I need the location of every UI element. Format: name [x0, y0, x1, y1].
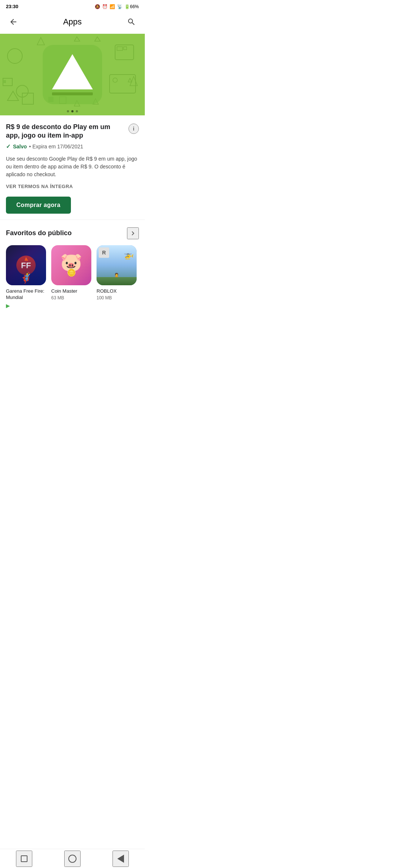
app-name-coinmaster: Coin Master — [51, 288, 91, 295]
badge-icon: ▶ — [6, 303, 10, 309]
hero-illustration — [43, 45, 102, 104]
status-icons: 🔕 ⏰ 📶 📡 🔋66% — [95, 4, 139, 9]
promo-status: ✓ Salvo • Expira em 17/06/2021 — [6, 143, 139, 150]
app-name-roblox: ROBLOX — [97, 288, 137, 295]
svg-rect-2 — [22, 93, 33, 104]
info-button[interactable]: i — [128, 124, 139, 134]
svg-marker-13 — [128, 78, 132, 82]
see-all-button[interactable] — [127, 227, 139, 239]
search-button[interactable] — [124, 14, 139, 29]
svg-rect-8 — [115, 45, 134, 60]
svg-marker-16 — [95, 37, 100, 41]
app-icon-freefire: FF 🦸 — [6, 245, 46, 285]
check-icon: ✓ — [6, 143, 11, 150]
app-card-freefire[interactable]: FF 🦸 Garena Free Fire: Mundial ▶ — [6, 245, 46, 309]
promo-section: R$ 9 de desconto do Play em um app, jogo… — [0, 115, 145, 220]
svg-marker-15 — [74, 37, 80, 41]
page-title: Apps — [63, 17, 82, 27]
dot-1 — [67, 110, 69, 112]
signal-icon: 📶 — [110, 4, 115, 9]
saved-text: Salvo — [13, 144, 27, 149]
wifi-icon: 📡 — [117, 4, 123, 9]
app-icon-coinmaster: 🐷 🪙 — [51, 245, 91, 285]
app-bar: Apps — [0, 11, 145, 34]
svg-marker-1 — [7, 91, 19, 101]
app-icon-roblox: R 🚁 🧍 — [97, 245, 137, 285]
app-card-coinmaster[interactable]: 🐷 🪙 Coin Master 63 MB — [51, 245, 91, 309]
buy-button[interactable]: Comprar agora — [6, 197, 71, 214]
svg-point-0 — [7, 49, 22, 63]
app-size-roblox: 100 MB — [97, 295, 137, 300]
app-name-freefire: Garena Free Fire: Mundial — [6, 288, 46, 301]
app-badge-freefire: ▶ — [6, 302, 46, 309]
status-bar: 23:30 🔕 ⏰ 📶 📡 🔋66% — [0, 0, 145, 11]
status-time: 23:30 — [6, 4, 18, 9]
section-title: Favoritos do público — [6, 229, 72, 237]
app-size-coinmaster: 63 MB — [51, 295, 91, 300]
svg-rect-11 — [110, 75, 136, 93]
app-card-roblox[interactable]: R 🚁 🧍 ROBLOX 100 MB — [97, 245, 137, 309]
battery-icon: 🔋66% — [124, 4, 139, 9]
svg-marker-6 — [37, 37, 45, 45]
terms-link[interactable]: VER TERMOS NA ÍNTEGRA — [6, 184, 139, 189]
hero-banner — [0, 34, 145, 115]
expiry-text: • Expira em 17/06/2021 — [29, 144, 83, 149]
section-header: Favoritos do público — [6, 227, 139, 239]
svg-point-12 — [113, 78, 117, 82]
cm-illustration: 🐷 🪙 — [51, 245, 91, 285]
promo-description: Use seu desconto Google Play de R$ 9 em … — [6, 155, 139, 178]
dot-2 — [71, 110, 74, 112]
dot-3 — [76, 110, 78, 112]
alarm-icon: ⏰ — [102, 4, 108, 9]
svg-rect-9 — [117, 47, 123, 50]
svg-rect-5 — [3, 80, 6, 83]
notification-icon: 🔕 — [95, 4, 100, 9]
apps-row: FF 🦸 Garena Free Fire: Mundial ▶ 🐷 🪙 — [6, 245, 139, 310]
back-button[interactable] — [6, 14, 21, 29]
banner-indicator — [67, 110, 78, 112]
favorites-section: Favoritos do público FF 🦸 G — [0, 220, 145, 315]
info-icon: i — [133, 126, 134, 132]
svg-rect-10 — [124, 47, 127, 50]
promo-title: R$ 9 de desconto do Play em um app, jogo… — [6, 123, 128, 140]
promo-header: R$ 9 de desconto do Play em um app, jogo… — [6, 123, 139, 140]
